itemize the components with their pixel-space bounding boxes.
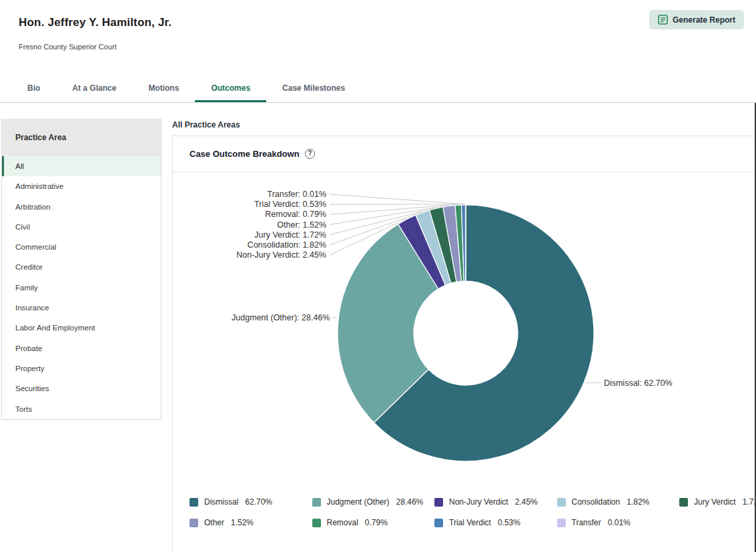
sidebar-item-labor-and-employment[interactable]: Labor And Employment <box>2 318 161 338</box>
practice-area-list: AllAdministrativeArbitrationCivilCommerc… <box>2 156 161 419</box>
slice-callout-label: Consolidation: 1.82% <box>248 240 326 250</box>
sidebar-item-commercial[interactable]: Commercial <box>2 237 161 257</box>
sidebar-item-torts[interactable]: Torts <box>2 399 161 419</box>
sidebar-item-probate[interactable]: Probate <box>2 338 161 358</box>
tab-outcomes[interactable]: Outcomes <box>195 75 266 102</box>
legend-value: 0.53% <box>498 518 520 527</box>
sidebar-item-family[interactable]: Family <box>2 278 161 298</box>
legend-item-dismissal[interactable]: Dismissal62.70% <box>190 497 312 507</box>
chart-legend: Dismissal62.70%Judgment (Other)28.46%Non… <box>173 497 755 527</box>
legend-item-other[interactable]: Other1.52% <box>190 518 312 527</box>
card-header: Case Outcome Breakdown ? <box>173 136 755 172</box>
tab-bio[interactable]: Bio <box>11 75 56 102</box>
report-icon <box>658 15 668 25</box>
legend-value: 28.46% <box>396 497 424 507</box>
practice-area-sidebar: Practice Area AllAdministrativeArbitrati… <box>1 119 161 420</box>
outcome-donut-chart: Transfer: 0.01%Trial Verdict: 0.53%Remov… <box>173 172 756 493</box>
sidebar-item-arbitration[interactable]: Arbitration <box>2 197 161 217</box>
slice-callout-label: Dismissal: 62.70% <box>604 378 673 388</box>
slice-callout-label: Trial Verdict: 0.53% <box>254 200 326 209</box>
tab-motions[interactable]: Motions <box>132 75 195 102</box>
legend-swatch <box>190 519 198 527</box>
sidebar-item-all[interactable]: All <box>2 156 161 176</box>
legend-item-judgment-other[interactable]: Judgment (Other)28.46% <box>312 497 435 507</box>
legend-label: Other <box>204 518 224 527</box>
legend-swatch <box>557 498 566 507</box>
legend-item-transfer[interactable]: Transfer0.01% <box>557 518 680 527</box>
tab-bar: BioAt a GlanceMotionsOutcomesCase Milest… <box>0 75 756 103</box>
slice-callout-label: Other: 1.52% <box>277 220 326 230</box>
slice-callout-label: Removal: 0.79% <box>265 210 326 219</box>
legend-swatch <box>190 498 198 507</box>
help-icon[interactable]: ? <box>305 149 315 159</box>
legend-label: Consolidation <box>572 497 621 507</box>
court-name: Fresno County Superior Court <box>19 43 737 51</box>
slice-callout-label: Jury Verdict: 1.72% <box>254 230 326 240</box>
tab-case-milestones[interactable]: Case Milestones <box>266 75 361 102</box>
page-header: Hon. Jeffrey Y. Hamilton, Jr. Fresno Cou… <box>0 0 756 75</box>
legend-swatch <box>312 498 321 507</box>
breadcrumb: All Practice Areas <box>172 120 756 129</box>
legend-label: Transfer <box>572 518 601 527</box>
sidebar-item-insurance[interactable]: Insurance <box>2 298 161 318</box>
sidebar-item-administrative[interactable]: Administrative <box>2 176 161 196</box>
legend-swatch <box>557 519 566 527</box>
legend-value: 1.52% <box>231 518 254 527</box>
legend-swatch <box>434 498 443 507</box>
legend-label: Judgment (Other) <box>327 497 390 507</box>
legend-label: Non-Jury Verdict <box>449 497 508 507</box>
legend-item-jury-verdict[interactable]: Jury Verdict1.72% <box>679 497 756 507</box>
sidebar-item-creditor[interactable]: Creditor <box>2 257 161 277</box>
legend-swatch <box>312 519 321 527</box>
card-title: Case Outcome Breakdown <box>190 149 300 159</box>
legend-swatch <box>679 498 688 507</box>
legend-label: Removal <box>327 518 358 527</box>
legend-swatch <box>434 519 443 527</box>
sidebar-item-securities[interactable]: Securities <box>2 378 161 398</box>
legend-item-consolidation[interactable]: Consolidation1.82% <box>557 497 680 507</box>
legend-value: 62.70% <box>245 497 272 507</box>
sidebar-item-property[interactable]: Property <box>2 358 161 378</box>
main-content: All Practice Areas Case Outcome Breakdow… <box>172 119 756 552</box>
legend-item-non-jury-verdict[interactable]: Non-Jury Verdict2.45% <box>434 497 557 507</box>
sidebar-title: Practice Area <box>2 119 161 156</box>
generate-report-button[interactable]: Generate Report <box>649 10 744 29</box>
sidebar-item-civil[interactable]: Civil <box>2 217 161 237</box>
leader-line <box>330 194 466 204</box>
legend-label: Trial Verdict <box>449 518 491 527</box>
legend-label: Jury Verdict <box>694 497 736 507</box>
legend-value: 0.01% <box>608 518 631 527</box>
outcome-card: Case Outcome Breakdown ? Transfer: 0.01%… <box>172 135 756 552</box>
generate-report-label: Generate Report <box>673 15 735 25</box>
tab-at-a-glance[interactable]: At a Glance <box>56 75 132 102</box>
slice-callout-label: Transfer: 0.01% <box>268 190 326 199</box>
legend-item-trial-verdict[interactable]: Trial Verdict0.53% <box>434 518 557 527</box>
judge-name: Hon. Jeffrey Y. Hamilton, Jr. <box>19 16 737 29</box>
legend-value: 0.79% <box>365 518 388 527</box>
slice-callout-label: Non-Jury Verdict: 2.45% <box>236 250 326 260</box>
slice-callout-label: Judgment (Other): 28.46% <box>232 313 330 322</box>
legend-value: 1.82% <box>627 497 649 507</box>
legend-label: Dismissal <box>204 497 238 507</box>
legend-value: 1.72% <box>743 497 756 507</box>
legend-item-removal[interactable]: Removal0.79% <box>312 518 435 527</box>
legend-value: 2.45% <box>515 497 538 507</box>
